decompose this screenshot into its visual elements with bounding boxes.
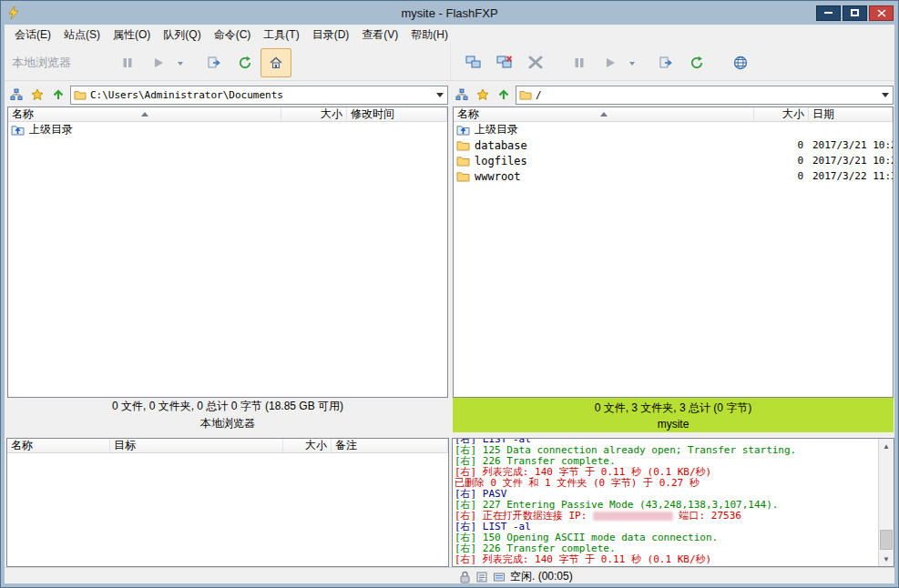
folder-icon <box>519 89 532 100</box>
file-size: 0 <box>754 155 809 167</box>
remote-transfer-button[interactable] <box>650 48 681 77</box>
scroll-up-button[interactable]: ▲ <box>879 439 894 453</box>
local-browser-selector[interactable]: 本地浏览器 <box>12 55 88 71</box>
file-name: database <box>475 139 527 152</box>
local-pause-button[interactable] <box>112 48 143 77</box>
remote-list-header: 名称 大小 日期 <box>454 107 893 122</box>
lock-icon[interactable] <box>459 571 471 583</box>
queue-column-remark[interactable]: 备注 <box>332 439 448 452</box>
close-icon <box>877 9 886 17</box>
remote-file-list[interactable]: 上级目录database02017/3/21 10:21logfiles0201… <box>454 122 893 397</box>
scrollbar-thumb[interactable] <box>880 530 893 550</box>
scroll-down-button[interactable]: ▼ <box>879 552 894 566</box>
local-start-button[interactable] <box>143 48 174 77</box>
column-label: 大小 <box>305 439 327 452</box>
remote-pause-button[interactable] <box>564 48 595 77</box>
queue-column-target[interactable]: 目标 <box>110 439 283 452</box>
web-browser-button[interactable] <box>725 48 756 77</box>
menu-item[interactable]: 目录(D) <box>306 25 356 46</box>
queue-column-size[interactable]: 大小 <box>283 439 332 452</box>
file-date: 2017/3/21 10:21 <box>809 139 893 151</box>
column-label: 名称 <box>457 107 479 121</box>
chevron-down-icon <box>177 56 184 69</box>
remote-favorites-button[interactable] <box>474 86 492 104</box>
queue-column-name[interactable]: 名称 <box>7 439 110 452</box>
remote-status: 0 文件, 3 文件夹, 3 总计 (0 字节) mysite <box>453 398 894 432</box>
menu-item[interactable]: 属性(O) <box>107 25 157 46</box>
column-header-modified[interactable]: 修改时间 <box>347 107 447 121</box>
remote-start-dropdown[interactable] <box>626 48 638 77</box>
file-row[interactable]: 上级目录 <box>454 122 893 137</box>
local-path-combo[interactable]: C:\Users\Administrator\Documents <box>70 86 448 105</box>
remote-path-combo[interactable]: / <box>516 86 894 105</box>
local-favorites-button[interactable] <box>28 86 46 104</box>
menu-item[interactable]: 会话(E) <box>8 25 57 46</box>
log-scrollbar[interactable]: ▲ ▼ <box>878 439 894 566</box>
remote-status-site: mysite <box>658 418 690 431</box>
queue-list[interactable] <box>7 453 448 566</box>
file-row[interactable]: database02017/3/21 10:21 <box>454 137 893 153</box>
file-date: 2017/3/22 11:33 <box>809 170 893 182</box>
local-home-button[interactable] <box>261 48 291 77</box>
folder-icon <box>456 139 471 152</box>
dropdown-arrow-icon <box>882 93 889 97</box>
local-go-up-button[interactable] <box>49 86 67 104</box>
file-row[interactable]: 上级目录 <box>8 122 447 137</box>
menu-item[interactable]: 帮助(H) <box>404 25 455 46</box>
column-label: 名称 <box>12 107 34 121</box>
column-label: 日期 <box>812 107 834 121</box>
file-name: logfiles <box>475 155 527 167</box>
globe-icon <box>733 56 748 70</box>
column-header-size[interactable]: 大小 <box>281 107 347 121</box>
local-file-list[interactable]: 上级目录 <box>8 122 447 397</box>
play-icon <box>604 56 617 69</box>
local-tree-button[interactable] <box>7 86 26 104</box>
local-transfer-button[interactable] <box>199 48 230 77</box>
status-bar: 空闲. (00:05) <box>5 567 894 583</box>
abort-button[interactable] <box>520 48 551 77</box>
file-row[interactable]: wwwroot02017/3/22 11:33 <box>454 168 893 184</box>
remote-go-up-button[interactable] <box>495 86 513 104</box>
sort-ascending-icon <box>141 112 148 117</box>
close-button[interactable] <box>869 5 894 21</box>
menu-item[interactable]: 查看(V) <box>355 25 404 46</box>
column-header-size[interactable]: 大小 <box>754 107 809 121</box>
log-content[interactable]: [右] LIST -al[右] 125 Data connection alre… <box>453 439 878 566</box>
title-bar[interactable]: mysite - FlashFXP <box>1 1 898 25</box>
column-label: 大小 <box>782 107 804 121</box>
column-header-name[interactable]: 名称 <box>8 107 281 121</box>
menu-item[interactable]: 工具(T) <box>257 25 305 46</box>
menu-item[interactable]: 队列(Q) <box>157 25 207 46</box>
remote-start-button[interactable] <box>595 48 626 77</box>
connect-icon <box>465 56 482 70</box>
remote-tree-button[interactable] <box>453 86 471 104</box>
file-row[interactable]: logfiles02017/3/21 10:21 <box>454 153 893 168</box>
file-name: wwwroot <box>475 170 521 183</box>
menu-item[interactable]: 站点(S) <box>57 25 107 46</box>
up-arrow-icon <box>52 88 65 101</box>
column-label: 备注 <box>335 439 357 452</box>
local-status-label: 本地浏览器 <box>200 416 255 431</box>
file-name-cell: 上级目录 <box>454 122 754 137</box>
file-date: 2017/3/21 10:21 <box>809 155 893 167</box>
connect-button[interactable] <box>458 48 489 77</box>
redacted-ip <box>593 512 673 521</box>
home-icon <box>269 56 283 70</box>
abort-x-icon <box>527 56 544 70</box>
local-refresh-button[interactable] <box>230 48 261 77</box>
minimize-icon <box>824 12 833 14</box>
maximize-button[interactable] <box>843 5 867 21</box>
remote-path-dropdown-button[interactable] <box>878 86 893 104</box>
menu-item[interactable]: 命令(C) <box>208 25 258 46</box>
local-path-dropdown-button[interactable] <box>433 86 447 104</box>
disconnect-button[interactable] <box>489 48 520 77</box>
column-header-name[interactable]: 名称 <box>454 107 754 121</box>
remote-status-counts: 0 文件, 3 文件夹, 3 总计 (0 字节) <box>595 400 752 416</box>
local-start-dropdown[interactable] <box>174 48 186 77</box>
remote-refresh-button[interactable] <box>681 48 712 77</box>
star-icon <box>31 88 44 101</box>
column-header-date[interactable]: 日期 <box>809 107 893 121</box>
minimize-button[interactable] <box>816 5 841 21</box>
idle-status-text: 空闲. (00:05) <box>510 569 573 583</box>
local-toolbar: 本地浏览器 <box>5 45 450 80</box>
